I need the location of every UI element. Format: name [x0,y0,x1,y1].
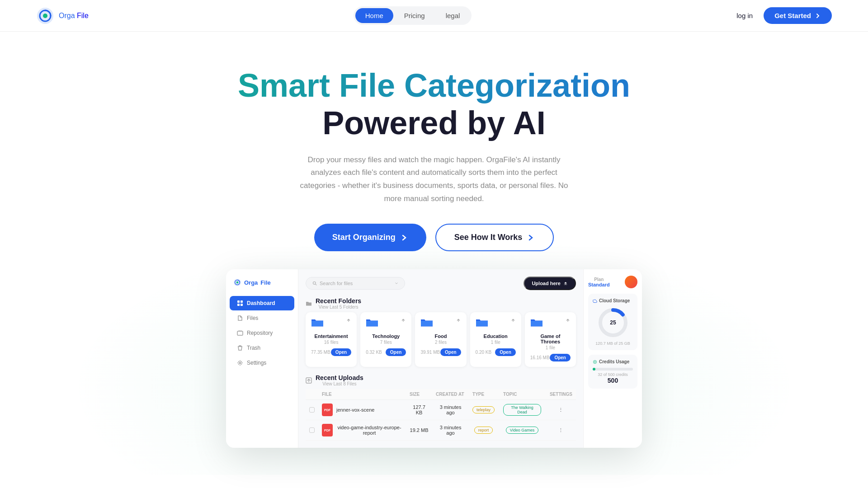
folder-name: Game of Thrones [530,333,571,344]
col-check [306,389,318,400]
settings-icon [237,360,243,366]
upload-cloud-icon [565,318,571,323]
svg-point-11 [239,362,241,364]
svg-rect-8 [237,304,240,306]
uploads-table: FILE SIZE CREATED AT TYPE TOPIC SETTINGS [306,389,576,441]
chevron-right-icon [400,234,408,242]
sidebar-item-repository[interactable]: Repository [230,326,294,340]
upload-cloud-icon [401,318,406,323]
row-size: 127.7 KB [406,400,432,420]
avatar [625,276,637,288]
sidebar-item-settings[interactable]: Settings [230,356,294,370]
col-size: SIZE [406,389,432,400]
folder-size: 16.16 MB [530,355,550,360]
svg-rect-10 [237,331,243,335]
search-icon [312,281,317,286]
get-started-button[interactable]: Get Started [764,7,832,24]
topic-tag: Video Games [506,427,538,434]
login-button[interactable]: log in [736,12,753,19]
svg-point-5 [236,282,239,284]
pdf-icon: PDF [322,424,333,436]
folder-open-btn[interactable]: Open [550,354,571,361]
storage-info: 120.7 MB of 25 GB [593,341,633,346]
folder-card-entertainment[interactable]: Entertainment 16 files 77.35 MB Open [306,312,357,367]
row-created: 3 minutes ago [432,420,469,441]
folder-card-game-of-thrones[interactable]: Game of Thrones 1 file 16.16 MB Open [525,312,576,367]
credits-info: 32 of 500 credits [593,372,633,377]
hero-title-line1: Smart File Categorization [18,68,850,103]
search-bar[interactable]: Search for files [306,277,405,290]
row-settings[interactable]: ⋮ [546,400,576,420]
search-placeholder: Search for files [320,281,353,286]
folder-name: Food [420,333,461,339]
recent-uploads-title: Recent Uploads [316,374,363,381]
sidebar-logo: Orga File [226,278,298,296]
nav-link-home[interactable]: Home [355,8,393,23]
see-how-it-works-button[interactable]: See How It Works [435,224,554,251]
folder-open-btn[interactable]: Open [386,348,406,356]
sidebar-item-files[interactable]: Files [230,311,294,325]
cloud-storage-title: Cloud Storage [593,298,633,303]
nav-link-pricing[interactable]: Pricing [394,8,435,23]
repository-icon [237,330,243,336]
folder-open-btn[interactable]: Open [495,348,516,356]
upload-button[interactable]: Upload here [524,277,576,290]
folder-card-technology[interactable]: Technology 7 files 0.32 KB Open [360,312,411,367]
plan-label: Plan [588,277,610,282]
logo[interactable]: Orga File [36,7,89,25]
recent-folders-subtitle: View Last 5 Folders [316,305,361,310]
sidebar: Orga File Dashboard Files Repository Tra… [226,269,298,448]
main-content: Search for files Upload here Recent Fold… [298,269,583,448]
sidebar-item-dashboard[interactable]: Dashboard [230,296,294,310]
pdf-icon: PDF [322,404,333,416]
hero-section: Smart File Categorization Powered by AI … [0,32,868,475]
folder-card-food[interactable]: Food 2 files 39.91 MB Open [415,312,466,367]
svg-rect-15 [366,321,378,326]
nav-links: Home Pricing legal [354,6,472,25]
svg-rect-13 [564,284,567,285]
app-preview: Orga File Dashboard Files Repository Tra… [226,269,642,448]
folder-count: 16 files [311,340,351,345]
recent-uploads-subtitle: View Last 8 Files [316,381,363,386]
logo-text: Orga File [59,12,89,20]
folders-grid: Entertainment 16 files 77.35 MB Open Te [306,312,576,367]
hero-title-line2: Powered by AI [18,103,850,142]
row-checkbox[interactable] [309,407,315,413]
nav-link-legal[interactable]: legal [436,8,470,23]
folder-card-education[interactable]: Education 1 file 0.20 KB Open [470,312,521,367]
row-checkbox-cell [306,420,318,441]
dashboard-icon [237,300,243,306]
row-checkbox[interactable] [309,427,315,433]
row-file-cell: PDF jenner-vox-scene [318,400,406,420]
upload-cloud-icon [456,318,461,323]
recent-folders-title: Recent Folders [316,297,361,305]
col-file: FILE [318,389,406,400]
folder-open-btn[interactable]: Open [440,348,461,356]
plan-type: Standard [588,282,610,287]
folder-count: 7 files [366,340,406,345]
recent-uploads-section: Recent Uploads View Last 8 Files FILE SI… [306,374,576,441]
row-type: teleplay [469,400,500,420]
chevron-right-icon [527,234,535,242]
folder-icon [476,318,488,330]
hero-buttons: Start Organizing See How It Works [18,224,850,251]
folder-name: Technology [366,333,406,339]
sidebar-item-trash[interactable]: Trash [230,341,294,355]
recent-uploads-header: Recent Uploads View Last 8 Files [306,374,576,386]
upload-cloud-icon [510,318,516,323]
folder-size: 39.91 MB [420,350,440,355]
svg-rect-6 [237,300,240,303]
cloud-icon [593,299,597,303]
folder-size: 0.20 KB [476,350,492,355]
folder-icon [366,318,378,330]
folder-count: 1 file [530,345,571,350]
files-icon [237,315,243,321]
nav-right: log in Get Started [736,7,832,24]
folder-open-btn[interactable]: Open [331,348,352,356]
start-organizing-button[interactable]: Start Organizing [314,224,426,251]
credits-amount: 500 [593,377,633,384]
row-topic: Video Games [500,420,546,441]
folder-icon [530,318,543,330]
svg-rect-9 [241,304,243,306]
row-settings[interactable]: ⋮ [546,420,576,441]
